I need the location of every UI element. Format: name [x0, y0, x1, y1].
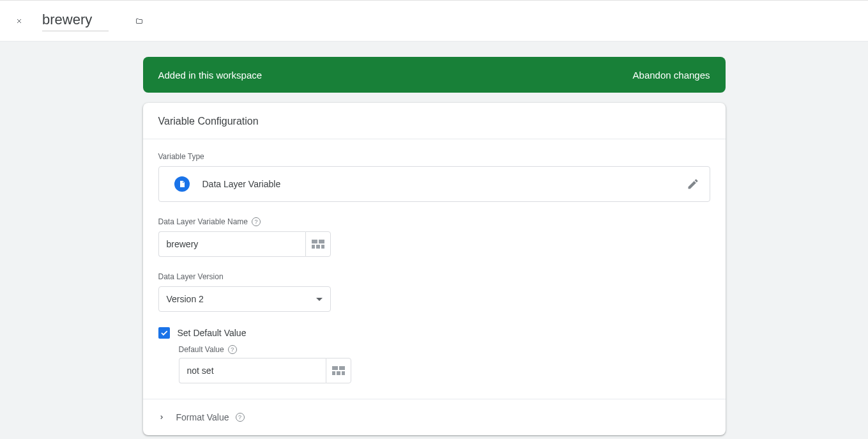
default-value-block: Default Value ? — [158, 345, 710, 383]
default-value-input[interactable] — [179, 358, 326, 383]
help-icon[interactable]: ? — [228, 345, 237, 354]
format-value-label: Format Value — [176, 412, 229, 422]
svg-rect-6 — [339, 366, 345, 370]
abandon-changes-button[interactable]: Abandon changes — [633, 70, 710, 81]
variable-type-selector[interactable]: Data Layer Variable — [158, 166, 710, 202]
title-wrap — [42, 10, 109, 31]
canvas: Added in this workspace Abandon changes … — [0, 42, 868, 439]
default-value-label-text: Default Value — [179, 345, 224, 354]
content-column: Added in this workspace Abandon changes … — [143, 57, 726, 435]
variable-type-label: Variable Type — [158, 152, 710, 161]
dlv-name-label: Data Layer Variable Name ? — [158, 217, 710, 226]
svg-rect-2 — [312, 245, 315, 249]
check-icon — [160, 328, 169, 337]
insert-variable-button[interactable] — [305, 231, 331, 257]
set-default-row: Set Default Value — [158, 327, 710, 339]
svg-rect-8 — [337, 371, 340, 375]
svg-rect-5 — [332, 366, 338, 370]
card-body: Variable Type Data Layer Variable Data L… — [143, 139, 726, 399]
svg-rect-3 — [316, 245, 320, 249]
insert-variable-button[interactable] — [326, 358, 351, 383]
dlv-name-input-group — [158, 231, 331, 257]
dlv-version-label: Data Layer Version — [158, 272, 710, 281]
chevron-right-icon — [158, 414, 165, 420]
dlv-name-label-text: Data Layer Variable Name — [158, 217, 248, 226]
help-icon[interactable]: ? — [236, 413, 245, 422]
dlv-version-value: Version 2 — [167, 294, 204, 304]
caret-down-icon — [316, 298, 323, 301]
svg-rect-4 — [321, 245, 324, 249]
set-default-label: Set Default Value — [178, 328, 247, 338]
format-value-row[interactable]: Format Value ? — [143, 399, 726, 435]
status-message: Added in this workspace — [158, 70, 263, 81]
svg-rect-7 — [332, 371, 335, 375]
set-default-checkbox[interactable] — [158, 327, 170, 339]
folder-button[interactable] — [132, 13, 147, 29]
variable-type-left: Data Layer Variable — [174, 176, 281, 192]
svg-rect-0 — [312, 240, 317, 243]
variable-name-input[interactable] — [42, 10, 109, 30]
workspace-status-bar: Added in this workspace Abandon changes — [143, 57, 726, 93]
close-button[interactable] — [11, 13, 27, 29]
edit-icon — [687, 178, 699, 190]
brick-icon — [332, 366, 345, 375]
dialog-header — [0, 1, 868, 42]
svg-rect-1 — [319, 240, 324, 243]
brick-icon — [312, 240, 324, 249]
default-value-label: Default Value ? — [179, 345, 710, 354]
card-title: Variable Configuration — [143, 103, 726, 139]
variable-type-name: Data Layer Variable — [202, 179, 281, 189]
data-layer-icon — [174, 176, 190, 192]
help-icon[interactable]: ? — [252, 217, 261, 226]
folder-icon — [135, 15, 143, 27]
svg-rect-9 — [342, 371, 345, 375]
close-icon — [15, 16, 23, 26]
variable-config-card: Variable Configuration Variable Type Dat… — [143, 103, 726, 435]
default-value-input-group — [179, 358, 351, 383]
dlv-name-input[interactable] — [158, 231, 305, 257]
dlv-version-select[interactable]: Version 2 — [158, 286, 331, 312]
